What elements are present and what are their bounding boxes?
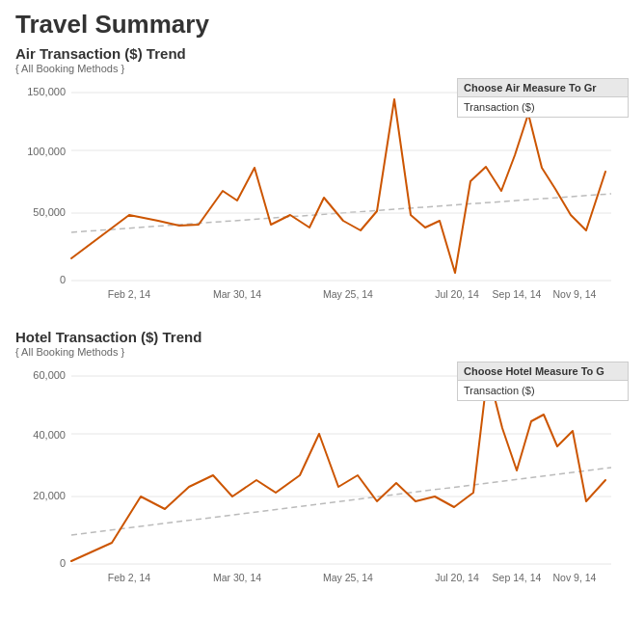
svg-text:May 25, 14: May 25, 14 — [323, 288, 373, 300]
svg-text:150,000: 150,000 — [27, 86, 66, 97]
air-chart-subtitle: { All Booking Methods } — [15, 63, 629, 74]
svg-text:50,000: 50,000 — [33, 206, 66, 218]
hotel-chart-subtitle: { All Booking Methods } — [15, 346, 629, 358]
air-choose-measure-value: Transaction ($) — [458, 97, 628, 117]
svg-text:Sep 14, 14: Sep 14, 14 — [493, 572, 542, 583]
air-chart-area: Choose Air Measure To Gr Transaction ($)… — [15, 78, 629, 319]
page-title: Travel Summary — [0, 0, 644, 45]
air-choose-measure-box[interactable]: Choose Air Measure To Gr Transaction ($) — [457, 78, 629, 118]
svg-text:Feb 2, 14: Feb 2, 14 — [108, 572, 151, 583]
svg-text:Nov 9, 14: Nov 9, 14 — [553, 572, 597, 583]
hotel-chart-area: Choose Hotel Measure To G Transaction ($… — [15, 362, 629, 603]
hotel-chart-section: Hotel Transaction ($) Trend { All Bookin… — [0, 329, 644, 603]
air-chart-section: Air Transaction ($) Trend { All Booking … — [0, 45, 644, 319]
svg-text:40,000: 40,000 — [33, 429, 66, 441]
svg-text:Jul 20, 14: Jul 20, 14 — [435, 288, 479, 300]
svg-text:Mar 30, 14: Mar 30, 14 — [213, 572, 261, 583]
svg-line-24 — [71, 468, 611, 535]
svg-text:Nov 9, 14: Nov 9, 14 — [553, 288, 597, 300]
svg-text:Mar 30, 14: Mar 30, 14 — [213, 288, 261, 300]
svg-text:100,000: 100,000 — [27, 146, 66, 157]
svg-text:20,000: 20,000 — [33, 490, 66, 501]
svg-text:Jul 20, 14: Jul 20, 14 — [435, 572, 479, 583]
air-chart-title: Air Transaction ($) Trend — [15, 45, 629, 62]
hotel-choose-measure-box[interactable]: Choose Hotel Measure To G Transaction ($… — [457, 362, 629, 401]
svg-text:Feb 2, 14: Feb 2, 14 — [108, 288, 151, 300]
svg-text:0: 0 — [60, 557, 66, 569]
svg-text:0: 0 — [60, 274, 66, 285]
svg-text:60,000: 60,000 — [33, 369, 66, 381]
hotel-choose-measure-header: Choose Hotel Measure To G — [458, 362, 628, 381]
svg-text:May 25, 14: May 25, 14 — [323, 572, 373, 583]
hotel-choose-measure-value: Transaction ($) — [458, 381, 628, 400]
svg-text:Sep 14, 14: Sep 14, 14 — [493, 288, 542, 300]
hotel-chart-title: Hotel Transaction ($) Trend — [15, 329, 629, 345]
air-choose-measure-header: Choose Air Measure To Gr — [458, 79, 628, 97]
